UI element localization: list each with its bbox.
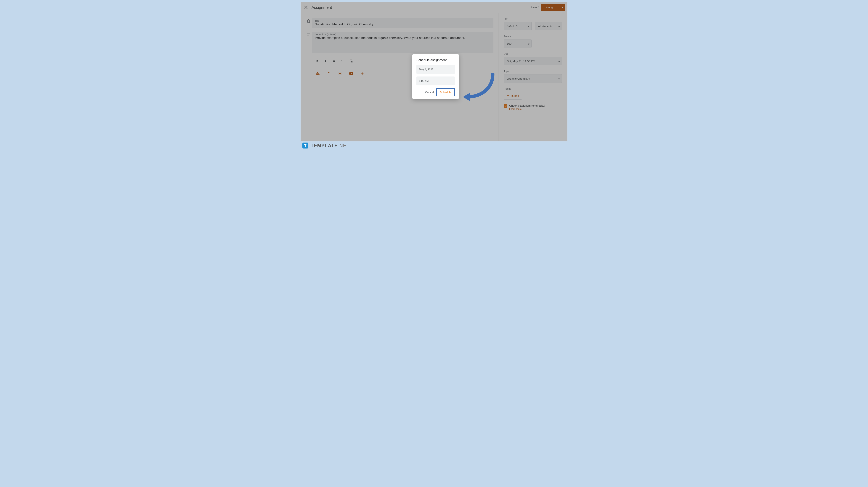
watermark-brand: T TEMPLATE.NET [302, 143, 349, 148]
schedule-date-value: May 4, 2022 [419, 68, 433, 71]
schedule-time-value: 8:00 AM [419, 80, 429, 82]
dialog-title: Schedule assignment [416, 58, 455, 62]
brand-text-thin: .NET [338, 143, 349, 148]
brand-badge: T [302, 143, 308, 148]
cancel-button[interactable]: Cancel [424, 89, 435, 96]
schedule-date-select[interactable]: May 4, 2022 [416, 65, 455, 74]
schedule-assignment-dialog: Schedule assignment May 4, 2022 8:00 AM … [412, 54, 459, 99]
schedule-button[interactable]: Schedule [436, 88, 455, 96]
schedule-time-input[interactable]: 8:00 AM [416, 77, 455, 85]
brand-text-bold: TEMPLATE [311, 143, 338, 148]
assignment-editor-window: Assignment Saved Assign [301, 2, 567, 141]
